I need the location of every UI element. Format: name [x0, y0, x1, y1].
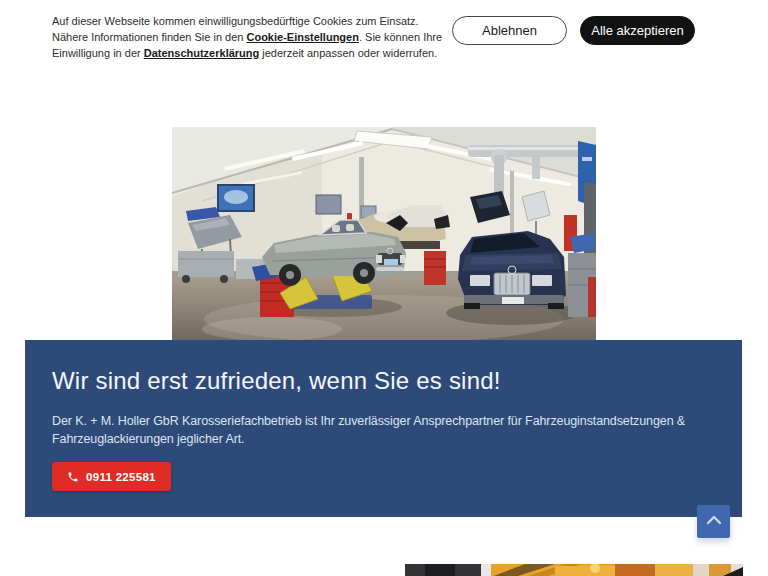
banner-heading: Wir sind erst zufrieden, wenn Sie es sin…	[52, 340, 742, 396]
cta-banner: Wir sind erst zufrieden, wenn Sie es sin…	[25, 340, 742, 517]
banner-description: Der K. + M. Holler GbR Karosseriefachbet…	[52, 412, 712, 448]
privacy-policy-link[interactable]: Datenschutzerklärung	[144, 47, 260, 59]
workshop-photo-illustration	[172, 127, 596, 341]
hero-image	[172, 127, 596, 341]
scroll-top-button[interactable]	[697, 505, 730, 538]
phone-icon	[67, 471, 79, 483]
phone-number: 0911 225581	[86, 471, 156, 483]
cookie-message-part3: jederzeit anpassen oder widerrufen.	[259, 47, 437, 59]
decline-cookies-button[interactable]: Ablehnen	[452, 16, 567, 45]
accept-cookies-button[interactable]: Alle akzeptieren	[580, 16, 695, 45]
phone-button[interactable]: 0911 225581	[52, 462, 171, 491]
bottom-section-image	[405, 563, 743, 576]
cookie-settings-link[interactable]: Cookie-Einstellungen	[246, 31, 358, 43]
chevron-up-icon	[705, 514, 723, 529]
cookie-message: Auf dieser Webseite kommen einwilligungs…	[52, 13, 454, 61]
